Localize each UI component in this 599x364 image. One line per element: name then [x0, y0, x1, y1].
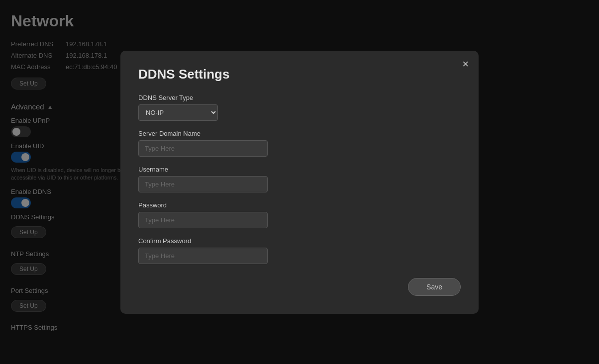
save-button[interactable]: Save — [408, 278, 461, 296]
server-domain-name-input[interactable] — [138, 140, 268, 157]
modal-overlay[interactable]: DDNS Settings × DDNS Server Type NO-IP D… — [0, 0, 599, 364]
password-label: Password — [138, 201, 461, 209]
ddns-server-type-label: DDNS Server Type — [138, 94, 461, 101]
ddns-settings-modal: DDNS Settings × DDNS Server Type NO-IP D… — [120, 51, 479, 314]
confirm-password-label: Confirm Password — [138, 237, 461, 245]
server-domain-name-group: Server Domain Name — [138, 130, 461, 157]
password-input[interactable] — [138, 212, 268, 228]
username-input[interactable] — [138, 176, 268, 192]
username-label: Username — [138, 166, 461, 173]
ddns-server-type-select[interactable]: NO-IP DynDNS Custom — [138, 104, 218, 121]
username-group: Username — [138, 166, 461, 192]
modal-close-button[interactable]: × — [462, 59, 469, 70]
password-group: Password — [138, 201, 461, 228]
ddns-server-type-group: DDNS Server Type NO-IP DynDNS Custom — [138, 94, 461, 121]
confirm-password-input[interactable] — [138, 248, 268, 264]
modal-footer: Save — [138, 278, 461, 296]
server-domain-name-label: Server Domain Name — [138, 130, 461, 137]
confirm-password-group: Confirm Password — [138, 237, 461, 264]
modal-title: DDNS Settings — [138, 67, 461, 82]
